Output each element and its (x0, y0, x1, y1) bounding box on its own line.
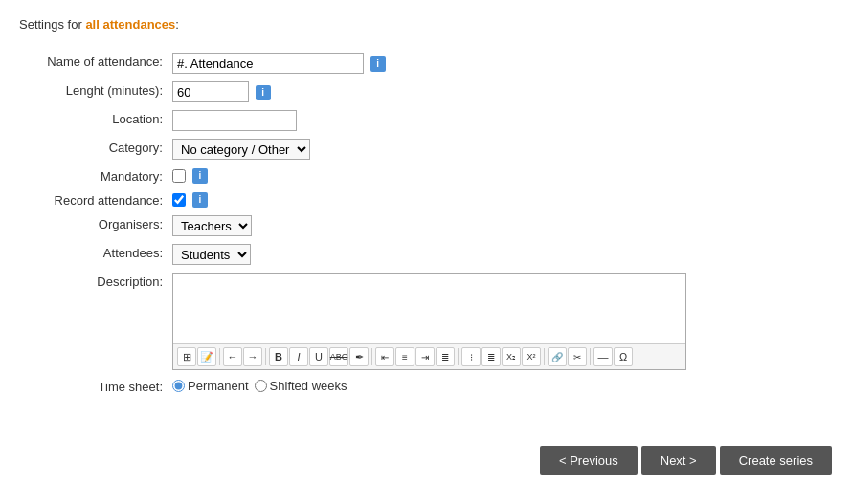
strikethrough-icon[interactable]: ABC (329, 347, 348, 366)
attendees-value-cell: Students (172, 240, 832, 269)
mandatory-value-cell: i (172, 164, 832, 187)
mandatory-info-btn[interactable]: i (192, 168, 208, 184)
record-attendance-checkbox[interactable] (172, 193, 186, 207)
toolbar-sep-3 (371, 348, 372, 365)
timesheet-permanent-option[interactable]: Permanent (172, 379, 249, 393)
description-textarea[interactable] (173, 274, 685, 340)
document-icon[interactable]: 📝 (197, 347, 216, 366)
record-attendance-value-cell: i (172, 187, 832, 211)
templates-icon[interactable]: ⊞ (177, 347, 196, 366)
bold-icon[interactable]: B (269, 347, 288, 366)
link-icon[interactable]: 🔗 (548, 347, 567, 366)
timesheet-shifted-label: Shifted weeks (270, 379, 347, 393)
timesheet-permanent-radio[interactable] (172, 380, 185, 392)
underline-icon[interactable]: U (309, 347, 328, 366)
name-input[interactable] (172, 53, 364, 74)
title-prefix: Settings for (19, 17, 85, 32)
description-label: Description: (19, 269, 172, 374)
length-info-btn[interactable]: i (256, 85, 271, 100)
toolbar-sep-4 (458, 348, 459, 365)
hr-icon[interactable]: — (593, 347, 613, 366)
category-value-cell: No category / Other (172, 135, 832, 164)
create-series-button[interactable]: Create series (720, 446, 832, 475)
align-left-icon[interactable]: ⇤ (375, 347, 394, 366)
redo-icon[interactable]: → (243, 347, 262, 366)
category-row: Category: No category / Other (19, 135, 832, 164)
name-info-btn[interactable]: i (370, 56, 386, 72)
timesheet-value-cell: Permanent Shifted weeks (172, 374, 832, 398)
record-attendance-label: Record attendance: (19, 187, 172, 211)
toolbar-sep-6 (590, 348, 591, 365)
align-justify-icon[interactable]: ≣ (436, 347, 455, 366)
location-label: Location: (19, 106, 172, 135)
numbered-list-icon[interactable]: ≣ (481, 347, 501, 366)
category-label: Category: (19, 135, 172, 164)
record-attendance-checkbox-group: i (172, 192, 826, 208)
location-input[interactable] (172, 110, 297, 131)
timesheet-permanent-label: Permanent (188, 379, 249, 393)
mandatory-row: Mandatory: i (19, 164, 832, 187)
align-center-icon[interactable]: ≡ (395, 347, 414, 366)
record-attendance-row: Record attendance: i (19, 187, 832, 211)
title-suffix: : (175, 17, 179, 32)
eraser-icon[interactable]: ✒ (349, 347, 369, 366)
page-title: Settings for all attendances: (19, 17, 832, 32)
organisers-value-cell: Teachers (172, 211, 832, 240)
next-button[interactable]: Next > (641, 446, 716, 475)
length-label: Lenght (minutes): (19, 77, 172, 106)
previous-button[interactable]: < Previous (540, 446, 638, 475)
toolbar-sep-1 (219, 348, 220, 365)
timesheet-row: Time sheet: Permanent Shifted weeks (19, 374, 832, 398)
toolbar-sep-2 (265, 348, 266, 365)
length-row: Lenght (minutes): i (19, 77, 832, 106)
bullet-list-icon[interactable]: ⁝ (461, 347, 481, 366)
name-label: Name of attendance: (19, 49, 172, 77)
subscript-icon[interactable]: X₂ (502, 347, 521, 366)
editor-toolbar: ⊞ 📝 ← → B I U ABC ✒ ⇤ ≡ ⇥ (173, 343, 685, 369)
superscript-icon[interactable]: X² (522, 347, 541, 366)
align-right-icon[interactable]: ⇥ (415, 347, 435, 366)
undo-icon[interactable]: ← (223, 347, 242, 366)
footer-buttons: < Previous Next > Create series (540, 446, 832, 475)
organisers-label: Organisers: (19, 211, 172, 240)
name-value-cell: i (172, 49, 832, 77)
settings-form: Name of attendance: i Lenght (minutes): … (19, 49, 832, 398)
record-attendance-info-btn[interactable]: i (192, 192, 208, 208)
timesheet-shifted-option[interactable]: Shifted weeks (255, 379, 347, 393)
special-char-icon[interactable]: Ω (614, 347, 633, 366)
timesheet-shifted-radio[interactable] (255, 380, 267, 392)
mandatory-checkbox-group: i (172, 168, 826, 184)
description-value-cell: ⊞ 📝 ← → B I U ABC ✒ ⇤ ≡ ⇥ (172, 269, 832, 374)
italic-icon[interactable]: I (289, 347, 308, 366)
timesheet-label: Time sheet: (19, 374, 172, 398)
attendees-label: Attendees: (19, 240, 172, 269)
attendees-select[interactable]: Students (172, 244, 251, 265)
length-value-cell: i (172, 77, 832, 106)
length-input[interactable] (172, 81, 249, 102)
location-value-cell (172, 106, 832, 135)
category-select[interactable]: No category / Other (172, 139, 310, 160)
organisers-row: Organisers: Teachers (19, 211, 832, 240)
name-row: Name of attendance: i (19, 49, 832, 77)
description-editor: ⊞ 📝 ← → B I U ABC ✒ ⇤ ≡ ⇥ (172, 273, 686, 370)
unlink-icon[interactable]: ✂ (568, 347, 587, 366)
organisers-select[interactable]: Teachers (172, 215, 252, 236)
description-row: Description: ⊞ 📝 ← → B I U ABC (19, 269, 832, 374)
page-wrapper: Settings for all attendances: Name of at… (0, 0, 851, 504)
attendees-row: Attendees: Students (19, 240, 832, 269)
location-row: Location: (19, 106, 832, 135)
mandatory-label: Mandatory: (19, 164, 172, 187)
timesheet-radio-group: Permanent Shifted weeks (172, 379, 826, 393)
title-highlight: all attendances (85, 17, 175, 32)
mandatory-checkbox[interactable] (172, 169, 186, 183)
toolbar-sep-5 (544, 348, 545, 365)
